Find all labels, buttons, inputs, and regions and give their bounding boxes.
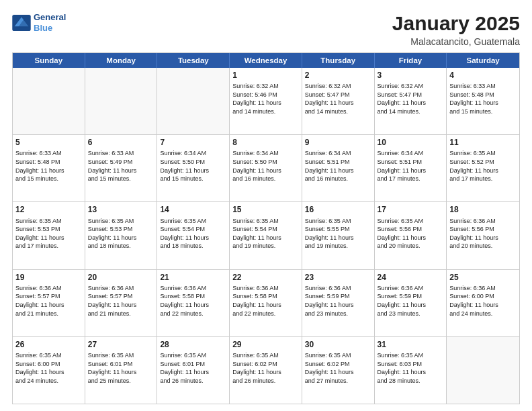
cell-info: Sunrise: 6:35 AM Sunset: 5:52 PM Dayligh… xyxy=(449,149,517,183)
day-number: 25 xyxy=(449,272,517,283)
day-number: 4 xyxy=(449,70,517,81)
calendar-cell: 20Sunrise: 6:36 AM Sunset: 5:57 PM Dayli… xyxy=(85,270,158,336)
calendar-cell: 14Sunrise: 6:35 AM Sunset: 5:54 PM Dayli… xyxy=(157,202,230,269)
calendar-cell: 13Sunrise: 6:35 AM Sunset: 5:53 PM Dayli… xyxy=(85,202,158,269)
day-number: 11 xyxy=(449,137,517,148)
cell-info: Sunrise: 6:35 AM Sunset: 6:03 PM Dayligh… xyxy=(378,351,444,385)
calendar-week-2: 5Sunrise: 6:33 AM Sunset: 5:48 PM Daylig… xyxy=(13,135,519,202)
cell-info: Sunrise: 6:36 AM Sunset: 5:58 PM Dayligh… xyxy=(160,284,226,318)
calendar-cell: 15Sunrise: 6:35 AM Sunset: 5:54 PM Dayli… xyxy=(230,202,302,269)
cell-info: Sunrise: 6:34 AM Sunset: 5:51 PM Dayligh… xyxy=(378,149,444,183)
day-number: 29 xyxy=(232,339,299,350)
day-number: 31 xyxy=(378,339,444,350)
day-header-friday: Friday xyxy=(375,53,447,68)
calendar-cell: 30Sunrise: 6:35 AM Sunset: 6:02 PM Dayli… xyxy=(302,337,375,404)
cell-info: Sunrise: 6:33 AM Sunset: 5:49 PM Dayligh… xyxy=(88,149,154,183)
calendar-week-5: 26Sunrise: 6:35 AM Sunset: 6:00 PM Dayli… xyxy=(13,337,519,404)
day-number: 1 xyxy=(232,70,299,81)
calendar-cell: 23Sunrise: 6:36 AM Sunset: 5:59 PM Dayli… xyxy=(302,270,375,336)
calendar-cell: 5Sunrise: 6:33 AM Sunset: 5:48 PM Daylig… xyxy=(13,135,85,201)
day-number: 21 xyxy=(160,272,226,283)
calendar-week-1: 1Sunrise: 6:32 AM Sunset: 5:46 PM Daylig… xyxy=(13,68,519,135)
day-number: 7 xyxy=(160,137,226,148)
calendar-cell: 9Sunrise: 6:34 AM Sunset: 5:51 PM Daylig… xyxy=(302,135,375,201)
location: Malacatancito, Guatemala xyxy=(392,36,520,47)
cell-info: Sunrise: 6:34 AM Sunset: 5:50 PM Dayligh… xyxy=(160,149,226,183)
calendar-body: 1Sunrise: 6:32 AM Sunset: 5:46 PM Daylig… xyxy=(13,68,519,404)
month-title: January 2025 xyxy=(392,12,520,35)
day-number: 26 xyxy=(15,339,82,350)
calendar-cell: 17Sunrise: 6:35 AM Sunset: 5:56 PM Dayli… xyxy=(375,202,447,269)
calendar-cell: 3Sunrise: 6:32 AM Sunset: 5:47 PM Daylig… xyxy=(375,68,447,134)
cell-info: Sunrise: 6:36 AM Sunset: 5:57 PM Dayligh… xyxy=(15,284,82,318)
day-number: 19 xyxy=(15,272,82,283)
calendar-cell: 7Sunrise: 6:34 AM Sunset: 5:50 PM Daylig… xyxy=(157,135,230,201)
cell-info: Sunrise: 6:35 AM Sunset: 5:53 PM Dayligh… xyxy=(88,217,154,250)
logo-text: General Blue xyxy=(34,12,66,33)
day-number: 13 xyxy=(88,204,154,215)
calendar-cell xyxy=(157,68,230,134)
cell-info: Sunrise: 6:34 AM Sunset: 5:50 PM Dayligh… xyxy=(232,149,299,183)
calendar-cell: 8Sunrise: 6:34 AM Sunset: 5:50 PM Daylig… xyxy=(230,135,302,201)
day-number: 2 xyxy=(305,70,371,81)
cell-info: Sunrise: 6:35 AM Sunset: 5:56 PM Dayligh… xyxy=(378,217,444,250)
cell-info: Sunrise: 6:36 AM Sunset: 5:56 PM Dayligh… xyxy=(449,217,517,250)
day-number: 22 xyxy=(232,272,299,283)
calendar: SundayMondayTuesdayWednesdayThursdayFrid… xyxy=(12,52,520,404)
calendar-cell: 21Sunrise: 6:36 AM Sunset: 5:58 PM Dayli… xyxy=(157,270,230,336)
day-number: 3 xyxy=(378,70,444,81)
day-number: 9 xyxy=(305,137,371,148)
calendar-week-4: 19Sunrise: 6:36 AM Sunset: 5:57 PM Dayli… xyxy=(13,270,519,337)
day-number: 24 xyxy=(378,272,444,283)
cell-info: Sunrise: 6:35 AM Sunset: 5:54 PM Dayligh… xyxy=(232,217,299,250)
calendar-cell: 4Sunrise: 6:33 AM Sunset: 5:48 PM Daylig… xyxy=(447,68,519,134)
cell-info: Sunrise: 6:32 AM Sunset: 5:46 PM Dayligh… xyxy=(232,82,299,116)
calendar-cell: 29Sunrise: 6:35 AM Sunset: 6:02 PM Dayli… xyxy=(230,337,302,404)
cell-info: Sunrise: 6:36 AM Sunset: 5:59 PM Dayligh… xyxy=(305,284,371,318)
day-number: 5 xyxy=(15,137,82,148)
day-number: 8 xyxy=(232,137,299,148)
day-number: 28 xyxy=(160,339,226,350)
cell-info: Sunrise: 6:35 AM Sunset: 6:01 PM Dayligh… xyxy=(88,351,154,385)
calendar-cell: 16Sunrise: 6:35 AM Sunset: 5:55 PM Dayli… xyxy=(302,202,375,269)
day-number: 18 xyxy=(449,204,517,215)
calendar-cell: 1Sunrise: 6:32 AM Sunset: 5:46 PM Daylig… xyxy=(230,68,302,134)
calendar-cell: 6Sunrise: 6:33 AM Sunset: 5:49 PM Daylig… xyxy=(85,135,158,201)
day-number: 17 xyxy=(378,204,444,215)
calendar-cell: 18Sunrise: 6:36 AM Sunset: 5:56 PM Dayli… xyxy=(447,202,519,269)
cell-info: Sunrise: 6:34 AM Sunset: 5:51 PM Dayligh… xyxy=(305,149,371,183)
calendar-header: SundayMondayTuesdayWednesdayThursdayFrid… xyxy=(13,53,519,68)
calendar-cell: 27Sunrise: 6:35 AM Sunset: 6:01 PM Dayli… xyxy=(85,337,158,404)
calendar-cell: 31Sunrise: 6:35 AM Sunset: 6:03 PM Dayli… xyxy=(375,337,447,404)
day-header-sunday: Sunday xyxy=(13,53,85,68)
cell-info: Sunrise: 6:35 AM Sunset: 6:02 PM Dayligh… xyxy=(232,351,299,385)
day-header-thursday: Thursday xyxy=(302,53,375,68)
day-number: 27 xyxy=(88,339,154,350)
calendar-cell: 11Sunrise: 6:35 AM Sunset: 5:52 PM Dayli… xyxy=(447,135,519,201)
day-header-tuesday: Tuesday xyxy=(157,53,230,68)
cell-info: Sunrise: 6:35 AM Sunset: 6:01 PM Dayligh… xyxy=(160,351,226,385)
calendar-cell: 26Sunrise: 6:35 AM Sunset: 6:00 PM Dayli… xyxy=(13,337,85,404)
day-number: 14 xyxy=(160,204,226,215)
day-header-wednesday: Wednesday xyxy=(230,53,302,68)
calendar-cell: 25Sunrise: 6:36 AM Sunset: 6:00 PM Dayli… xyxy=(447,270,519,336)
calendar-cell: 22Sunrise: 6:36 AM Sunset: 5:58 PM Dayli… xyxy=(230,270,302,336)
calendar-cell: 28Sunrise: 6:35 AM Sunset: 6:01 PM Dayli… xyxy=(157,337,230,404)
cell-info: Sunrise: 6:33 AM Sunset: 5:48 PM Dayligh… xyxy=(15,149,82,183)
cell-info: Sunrise: 6:32 AM Sunset: 5:47 PM Dayligh… xyxy=(305,82,371,116)
cell-info: Sunrise: 6:35 AM Sunset: 5:55 PM Dayligh… xyxy=(305,217,371,250)
cell-info: Sunrise: 6:36 AM Sunset: 6:00 PM Dayligh… xyxy=(449,284,517,318)
day-number: 12 xyxy=(15,204,82,215)
day-number: 20 xyxy=(88,272,154,283)
cell-info: Sunrise: 6:35 AM Sunset: 6:00 PM Dayligh… xyxy=(15,351,82,385)
calendar-cell xyxy=(85,68,158,134)
calendar-cell xyxy=(447,337,519,404)
day-number: 6 xyxy=(88,137,154,148)
logo: General Blue xyxy=(12,12,66,33)
cell-info: Sunrise: 6:36 AM Sunset: 5:58 PM Dayligh… xyxy=(232,284,299,318)
calendar-cell: 12Sunrise: 6:35 AM Sunset: 5:53 PM Dayli… xyxy=(13,202,85,269)
cell-info: Sunrise: 6:36 AM Sunset: 5:59 PM Dayligh… xyxy=(378,284,444,318)
logo-icon xyxy=(12,15,31,31)
calendar-cell: 2Sunrise: 6:32 AM Sunset: 5:47 PM Daylig… xyxy=(302,68,375,134)
calendar-cell xyxy=(13,68,85,134)
